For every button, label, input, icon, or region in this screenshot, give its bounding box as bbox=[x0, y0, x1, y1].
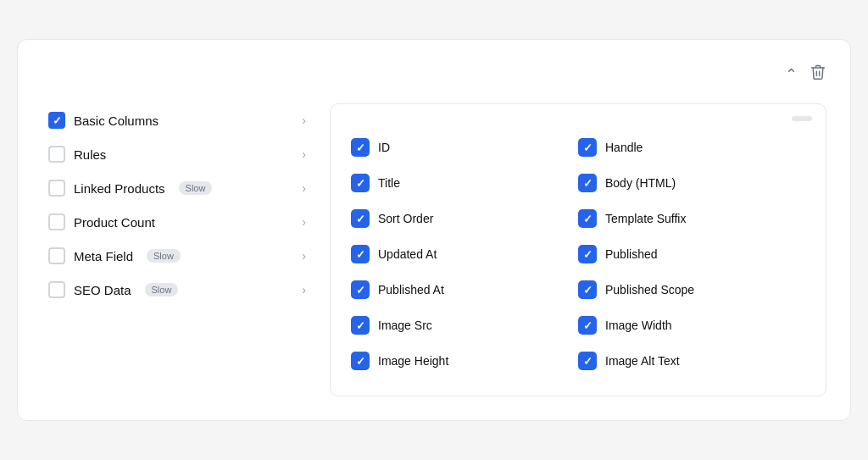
col-checkbox-template-suffix[interactable] bbox=[578, 209, 597, 228]
col-item-image-alt-text[interactable]: Image Alt Text bbox=[578, 343, 805, 379]
col-checkbox-image-width[interactable] bbox=[578, 316, 597, 335]
col-label-updated-at: Updated At bbox=[378, 247, 437, 261]
col-checkbox-handle[interactable] bbox=[578, 138, 597, 157]
columns-count-badge bbox=[792, 116, 812, 121]
left-panel: Basic Columns›Rules›Linked ProductsSlow›… bbox=[42, 103, 313, 396]
col-checkbox-title[interactable] bbox=[351, 174, 370, 192]
col-label-published-at: Published At bbox=[378, 283, 444, 297]
col-label-image-alt-text: Image Alt Text bbox=[605, 354, 680, 368]
column-label-linked-products: Linked Products bbox=[74, 181, 165, 196]
checkbox-product-count[interactable] bbox=[48, 213, 65, 230]
col-label-sort-order: Sort Order bbox=[378, 212, 433, 225]
col-label-template-suffix: Template Suffix bbox=[605, 212, 686, 225]
col-item-published[interactable]: Published bbox=[578, 236, 805, 272]
header-actions: ⌃ bbox=[785, 64, 826, 85]
col-checkbox-sort-order[interactable] bbox=[351, 209, 370, 228]
col-item-image-src[interactable]: Image Src bbox=[351, 308, 578, 343]
col-item-body-html[interactable]: Body (HTML) bbox=[578, 165, 805, 201]
col-checkbox-image-src[interactable] bbox=[351, 316, 370, 335]
collapse-icon[interactable]: ⌃ bbox=[785, 65, 798, 84]
col-label-image-height: Image Height bbox=[378, 354, 448, 368]
column-item-basic-columns[interactable]: Basic Columns› bbox=[42, 103, 313, 137]
col-checkbox-image-alt-text[interactable] bbox=[578, 352, 597, 370]
chevron-meta-field: › bbox=[302, 249, 306, 263]
col-item-id[interactable]: ID bbox=[351, 130, 578, 165]
column-label-seo-data: SEO Data bbox=[74, 283, 131, 297]
col-checkbox-image-height[interactable] bbox=[351, 352, 370, 370]
column-item-rules[interactable]: Rules› bbox=[42, 137, 313, 171]
chevron-rules: › bbox=[302, 147, 306, 161]
col-item-template-suffix[interactable]: Template Suffix bbox=[578, 201, 805, 236]
columns-grid: IDHandleTitleBody (HTML)Sort OrderTempla… bbox=[351, 130, 805, 379]
column-label-basic-columns: Basic Columns bbox=[74, 114, 159, 128]
smart-collections-card: ⌃ Basic Columns›Rules›Linked ProductsSlo… bbox=[17, 39, 851, 421]
col-item-updated-at[interactable]: Updated At bbox=[351, 236, 578, 272]
col-item-sort-order[interactable]: Sort Order bbox=[351, 201, 578, 236]
slow-badge-linked-products: Slow bbox=[179, 181, 213, 195]
slow-badge-meta-field: Slow bbox=[147, 249, 181, 263]
col-item-image-width[interactable]: Image Width bbox=[578, 308, 805, 343]
right-panel: IDHandleTitleBody (HTML)Sort OrderTempla… bbox=[330, 103, 826, 396]
main-content: Basic Columns›Rules›Linked ProductsSlow›… bbox=[42, 103, 826, 396]
chevron-basic-columns: › bbox=[302, 114, 306, 127]
col-item-title[interactable]: Title bbox=[351, 165, 578, 201]
column-label-meta-field: Meta Field bbox=[74, 249, 133, 263]
col-item-published-at[interactable]: Published At bbox=[351, 272, 578, 308]
col-checkbox-body-html[interactable] bbox=[578, 174, 597, 192]
col-item-published-scope[interactable]: Published Scope bbox=[578, 272, 805, 308]
col-label-handle: Handle bbox=[605, 141, 643, 154]
col-label-image-width: Image Width bbox=[605, 319, 672, 332]
checkbox-seo-data[interactable] bbox=[48, 281, 65, 298]
col-label-id: ID bbox=[378, 141, 390, 154]
col-checkbox-published-scope[interactable] bbox=[578, 280, 597, 299]
column-item-linked-products[interactable]: Linked ProductsSlow› bbox=[42, 171, 313, 205]
col-checkbox-published-at[interactable] bbox=[351, 280, 370, 299]
col-label-title: Title bbox=[378, 176, 400, 190]
column-label-rules: Rules bbox=[74, 147, 106, 162]
col-label-image-src: Image Src bbox=[378, 319, 432, 332]
col-checkbox-published[interactable] bbox=[578, 245, 597, 263]
col-label-body-html: Body (HTML) bbox=[605, 176, 676, 190]
col-label-published-scope: Published Scope bbox=[605, 283, 694, 297]
slow-badge-seo-data: Slow bbox=[145, 283, 179, 297]
column-label-product-count: Product Count bbox=[74, 215, 155, 230]
checkbox-linked-products[interactable] bbox=[48, 180, 65, 197]
column-item-seo-data[interactable]: SEO DataSlow› bbox=[42, 273, 313, 307]
column-item-meta-field[interactable]: Meta FieldSlow› bbox=[42, 239, 313, 273]
column-item-product-count[interactable]: Product Count› bbox=[42, 205, 313, 239]
col-checkbox-updated-at[interactable] bbox=[351, 245, 370, 263]
checkbox-rules[interactable] bbox=[48, 146, 65, 163]
chevron-product-count: › bbox=[302, 215, 306, 229]
delete-icon[interactable] bbox=[810, 64, 826, 85]
checkbox-basic-columns[interactable] bbox=[48, 112, 65, 129]
col-item-image-height[interactable]: Image Height bbox=[351, 343, 578, 379]
chevron-linked-products: › bbox=[302, 181, 306, 195]
col-checkbox-id[interactable] bbox=[351, 138, 370, 157]
chevron-seo-data: › bbox=[302, 283, 306, 297]
col-item-handle[interactable]: Handle bbox=[578, 130, 805, 165]
checkbox-meta-field[interactable] bbox=[48, 247, 65, 264]
col-label-published: Published bbox=[605, 247, 658, 261]
card-header: ⌃ bbox=[42, 64, 826, 85]
